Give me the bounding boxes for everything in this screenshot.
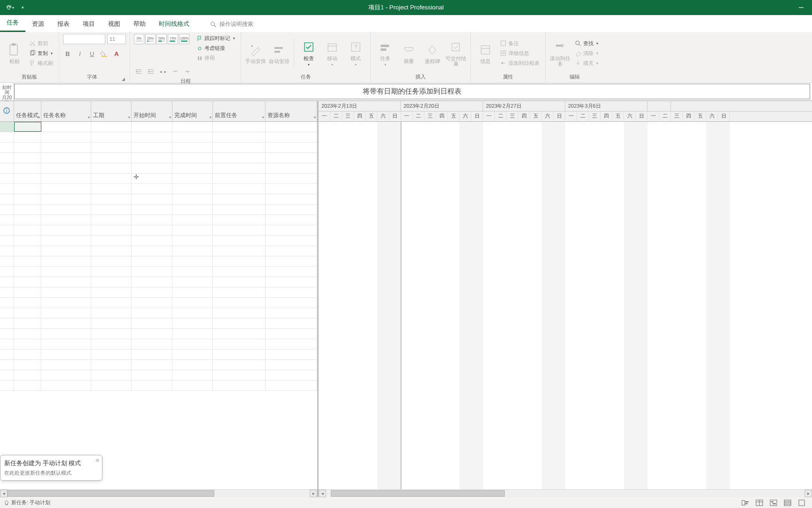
view-gantt-button[interactable]: [739, 498, 752, 508]
table-row[interactable]: [0, 370, 317, 381]
col-task-mode[interactable]: 任务模式▾: [14, 101, 41, 121]
gantt-scroll-left-button[interactable]: ◂: [319, 490, 326, 497]
details-button[interactable]: 详细信息: [498, 49, 541, 58]
table-row[interactable]: [0, 360, 317, 370]
col-resources[interactable]: 资源名称▾: [265, 101, 317, 121]
underline-button[interactable]: U: [87, 49, 97, 58]
inspect-button[interactable]: 检查▾: [298, 40, 320, 67]
table-row[interactable]: [0, 267, 317, 277]
table-row[interactable]: [0, 349, 317, 360]
format-painter-button[interactable]: 格式刷: [27, 59, 55, 68]
table-row[interactable]: [0, 225, 317, 236]
table-row[interactable]: [0, 215, 317, 225]
new-task-mode-status[interactable]: 新任务: 手动计划: [4, 499, 50, 506]
table-row[interactable]: [0, 277, 317, 287]
table-row[interactable]: [0, 287, 317, 298]
insert-deliverable-button[interactable]: 可交付结果: [445, 40, 467, 67]
font-dialog-launcher[interactable]: ◢: [121, 77, 126, 81]
links-button[interactable]: 考虑链接: [195, 44, 237, 53]
mode-button[interactable]: ?模式▾: [345, 40, 367, 67]
grid-horizontal-scrollbar[interactable]: ◂ ▸: [0, 489, 317, 497]
qat-customize-button[interactable]: ▾: [17, 2, 28, 13]
unlink-tasks-button[interactable]: [183, 67, 192, 77]
view-report-button[interactable]: [795, 498, 808, 508]
respect-links-button[interactable]: 跟踪时标记▾: [195, 34, 237, 43]
grid-body[interactable]: [0, 122, 317, 489]
pct-100-button[interactable]: 100%: [179, 34, 189, 44]
view-task-usage-button[interactable]: [753, 498, 766, 508]
add-to-timeline-button[interactable]: 添加到日程表: [498, 59, 541, 68]
col-predecessors[interactable]: 前置任务▾: [213, 101, 265, 121]
tab-project[interactable]: 项目: [76, 16, 102, 32]
inactivate-button[interactable]: 停用: [195, 54, 237, 63]
indent-button[interactable]: [146, 67, 156, 77]
find-button[interactable]: 查找▾: [573, 39, 600, 48]
col-start[interactable]: 开始时间▾: [132, 101, 173, 121]
insert-task-button[interactable]: 任务▾: [375, 40, 396, 67]
copy-button[interactable]: 复制▾: [27, 49, 55, 58]
paste-button[interactable]: 粘贴: [4, 42, 25, 64]
col-indicator[interactable]: i: [0, 101, 14, 121]
tab-resource[interactable]: 资源: [25, 16, 51, 32]
col-task-name[interactable]: 任务名称▾: [41, 101, 91, 121]
table-row[interactable]: [0, 329, 317, 339]
tooltip-close-button[interactable]: ×: [96, 457, 99, 464]
italic-button[interactable]: I: [75, 49, 85, 58]
gantt-scroll-right-button[interactable]: ▸: [804, 490, 812, 497]
notes-button[interactable]: 备注: [498, 39, 541, 48]
split-task-button[interactable]: [158, 67, 168, 77]
table-row[interactable]: [0, 318, 317, 329]
link-tasks-button[interactable]: [171, 67, 180, 77]
table-row[interactable]: [0, 163, 317, 174]
table-row[interactable]: [0, 381, 317, 391]
table-row[interactable]: [0, 256, 317, 267]
table-row[interactable]: [0, 298, 317, 308]
scroll-to-task-button[interactable]: 滚动到任务: [549, 40, 571, 67]
bold-button[interactable]: B: [63, 49, 72, 58]
pct-75-button[interactable]: 75%: [168, 34, 178, 44]
font-name-combo[interactable]: [63, 34, 105, 44]
view-team-planner-button[interactable]: [767, 498, 780, 508]
table-row[interactable]: [0, 308, 317, 318]
tell-me-search[interactable]: 操作说明搜索: [210, 16, 253, 32]
font-color-button[interactable]: A: [112, 49, 121, 58]
fill-color-button[interactable]: [100, 49, 109, 58]
table-row[interactable]: [0, 194, 317, 205]
tab-timeline-format[interactable]: 时间线格式: [152, 16, 196, 32]
gantt-horizontal-scrollbar[interactable]: ◂ ▸: [319, 489, 812, 497]
tab-help[interactable]: 帮助: [127, 16, 152, 32]
table-row[interactable]: [0, 236, 317, 246]
clear-button[interactable]: 清除▾: [573, 49, 600, 58]
pct-0-button[interactable]: 0%: [134, 34, 144, 44]
gantt-timescale[interactable]: 2023年2月13日2023年2月20日2023年2月27日2023年3月6日 …: [319, 101, 812, 122]
fill-button[interactable]: 填充▾: [573, 59, 600, 68]
col-duration[interactable]: 工期▾: [91, 101, 132, 121]
table-row[interactable]: [0, 122, 317, 132]
table-row[interactable]: [0, 184, 317, 194]
font-size-combo[interactable]: [107, 34, 126, 44]
pct-25-button[interactable]: 25%: [145, 34, 156, 44]
table-row[interactable]: [0, 174, 317, 184]
col-finish[interactable]: 完成时间▾: [172, 101, 213, 121]
gantt-body[interactable]: [319, 122, 812, 489]
tab-report[interactable]: 报表: [51, 16, 76, 32]
tab-view[interactable]: 视图: [102, 16, 127, 32]
pct-50-button[interactable]: 50%: [156, 34, 167, 44]
table-row[interactable]: [0, 205, 317, 215]
information-button[interactable]: 信息: [475, 42, 496, 64]
table-row[interactable]: [0, 132, 317, 143]
manual-schedule-button[interactable]: 手动安排: [245, 42, 266, 64]
minimize-button[interactable]: [790, 0, 812, 15]
view-resource-sheet-button[interactable]: [781, 498, 794, 508]
scroll-left-button[interactable]: ◂: [0, 490, 8, 497]
table-row[interactable]: [0, 153, 317, 163]
table-row[interactable]: [0, 143, 317, 153]
redo-button[interactable]: ▾: [4, 2, 15, 13]
scroll-right-button[interactable]: ▸: [310, 490, 317, 497]
outdent-button[interactable]: [134, 67, 143, 77]
cut-button[interactable]: 剪切: [27, 39, 55, 48]
table-row[interactable]: [0, 246, 317, 256]
auto-schedule-button[interactable]: 自动安排: [268, 42, 290, 64]
timeline-drop-area[interactable]: 将带有日期的任务添加到日程表: [14, 84, 810, 99]
tab-task[interactable]: 任务: [0, 15, 25, 32]
